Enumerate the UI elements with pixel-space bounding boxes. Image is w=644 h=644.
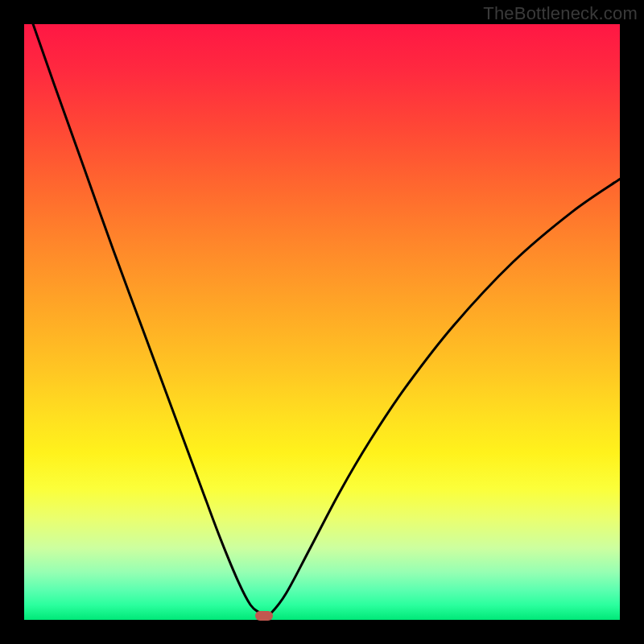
minimum-marker	[255, 611, 273, 621]
watermark-text: TheBottleneck.com	[483, 3, 638, 24]
bottleneck-curve	[24, 24, 620, 620]
